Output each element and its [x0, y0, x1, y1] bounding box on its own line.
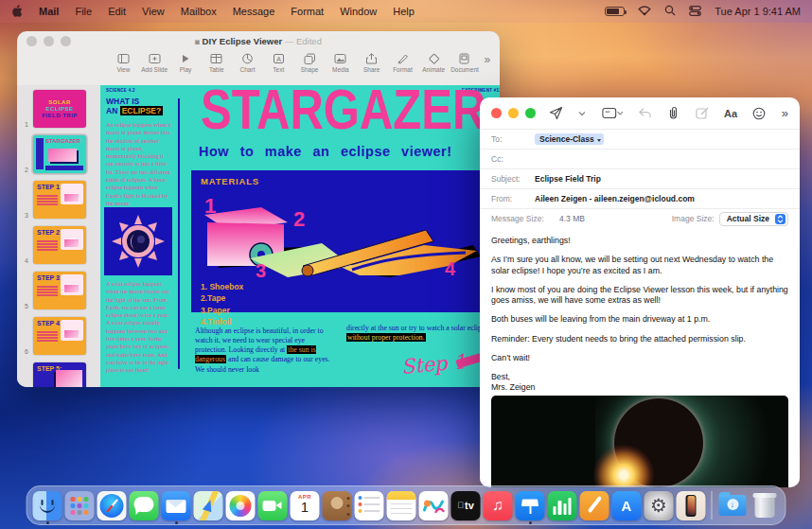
toolbar-overflow-button[interactable]: »: [782, 106, 788, 120]
menu-bar-clock[interactable]: Tue Apr 1 9:41 AM: [715, 6, 801, 17]
slide-thumbnail-row[interactable]: 3 STEP 1:: [17, 179, 100, 220]
header-fields-button[interactable]: [602, 107, 623, 119]
thumbnail-step5-slide[interactable]: STEP 5:: [33, 362, 86, 387]
highlighted-phrase: without proper protection.: [346, 333, 426, 342]
menu-format[interactable]: Format: [291, 6, 324, 17]
dock-item-maps[interactable]: [194, 491, 223, 520]
menu-file[interactable]: File: [75, 6, 92, 17]
toolbar-add-slide-button[interactable]: Add Slide: [139, 53, 170, 73]
toolbar-overflow-button[interactable]: »: [484, 53, 490, 66]
thumbnail-step3-slide[interactable]: STEP 3:: [33, 272, 86, 309]
slide-thumbnail-row[interactable]: 7 STEP 5:: [17, 361, 100, 387]
mail-traffic-lights[interactable]: [491, 108, 536, 118]
send-button[interactable]: [549, 106, 563, 120]
slide-thumbnail-row[interactable]: 4 STEP 2:: [17, 224, 100, 266]
dock-item-finder[interactable]: [33, 491, 62, 520]
attach-button[interactable]: [667, 106, 680, 120]
toolbar-table-button[interactable]: Table: [201, 53, 232, 73]
menu-message[interactable]: Message: [233, 6, 275, 17]
dock-item-downloads[interactable]: ↓: [718, 491, 748, 520]
control-center-icon[interactable]: [689, 6, 701, 18]
dock-item-notes[interactable]: [387, 491, 416, 520]
toolbar-format-button[interactable]: Format: [387, 53, 418, 73]
slide-thumbnail-row[interactable]: 5 STEP 3:: [17, 270, 100, 311]
apple-menu-icon[interactable]: [11, 5, 23, 18]
dock-item-app-store[interactable]: A: [612, 491, 642, 520]
dock-item-mail[interactable]: [162, 491, 191, 520]
recipient-token[interactable]: Science-Class: [535, 133, 604, 145]
wifi-icon[interactable]: [638, 6, 651, 18]
slide-canvas[interactable]: SCIENCE 4.2 EXPERIMENT #11 WHAT IS AN EC…: [100, 85, 500, 387]
subject-field[interactable]: Subject: Eclipse Field Trip: [480, 168, 800, 188]
menu-window[interactable]: Window: [340, 6, 377, 17]
minimize-button[interactable]: [508, 108, 519, 118]
slide-number: 2: [17, 167, 31, 175]
dock-item-system-settings[interactable]: ⚙: [644, 491, 674, 520]
sun-illustration-box: [104, 207, 172, 275]
menu-view[interactable]: View: [142, 6, 165, 17]
window-title: ◙ DIY Eclipse Viewer — Edited: [17, 36, 500, 46]
toolbar-animate-button[interactable]: Animate: [418, 53, 450, 73]
toolbar-media-button[interactable]: Media: [325, 53, 356, 73]
diamond-ring-flare: [593, 445, 654, 488]
from-field[interactable]: From: Aileen Zeigen - aileen.zeigen@iclo…: [480, 188, 800, 208]
dock-item-contacts[interactable]: [323, 491, 352, 520]
zoom-button[interactable]: [525, 108, 536, 118]
image-size-label: Image Size:: [672, 214, 715, 223]
slide-thumbnail-row[interactable]: 1 SOLAR ECLIPSE FIELD TRIP: [17, 88, 100, 130]
body-paragraph: I know most of you are doing the Eclipse…: [491, 285, 788, 307]
battery-icon[interactable]: [605, 7, 625, 16]
reply-button[interactable]: [638, 107, 652, 119]
dock-item-messages[interactable]: [130, 491, 159, 520]
dock-item-reminders[interactable]: [355, 491, 384, 520]
menu-app-name[interactable]: Mail: [39, 6, 59, 17]
eclipse-photo-attachment[interactable]: [491, 396, 788, 488]
thumbnail-step1-slide[interactable]: STEP 1:: [33, 181, 86, 219]
dock-item-pages[interactable]: [580, 491, 609, 520]
menu-help[interactable]: Help: [393, 6, 415, 17]
thumbnail-step4-slide[interactable]: STEP 4:: [33, 317, 86, 355]
dock-item-calendar[interactable]: APR1: [291, 491, 320, 520]
format-button[interactable]: Aa: [724, 108, 737, 119]
dock-item-freeform[interactable]: [419, 491, 449, 520]
send-options-chevron-icon[interactable]: [578, 111, 586, 116]
dock-item-tv[interactable]: tv: [451, 491, 481, 520]
toolbar-document-button[interactable]: Document: [450, 53, 481, 73]
warning-paragraph-left: Although an eclipse is beautiful, in ord…: [195, 326, 335, 375]
body-paragraph: As I’m sure you all know, we will be set…: [491, 255, 788, 276]
slide-thumbnail-row[interactable]: 2 STARGAZER: [17, 133, 100, 175]
slide-paragraph-solar: A solar eclipse happens when the moon bl…: [106, 280, 172, 375]
emoji-button[interactable]: [752, 107, 766, 120]
dock-item-safari[interactable]: [97, 491, 127, 520]
warning-paragraph-right: directly at the sun or try to watch a so…: [346, 324, 488, 343]
keynote-titlebar[interactable]: ◙ DIY Eclipse Viewer — Edited: [17, 31, 500, 51]
thumbnail-title-slide[interactable]: SOLAR ECLIPSE FIELD TRIP: [33, 90, 86, 128]
dock-item-photos[interactable]: [226, 491, 256, 520]
message-size-row: Message Size: 4.3 MB Image Size: Actual …: [480, 208, 800, 228]
toolbar-shape-button[interactable]: Shape: [294, 53, 326, 73]
dock-item-launchpad[interactable]: [65, 491, 95, 520]
dock-item-keynote[interactable]: [516, 491, 545, 520]
dock-item-music[interactable]: ♫: [484, 491, 513, 520]
slide-thumbnail-row[interactable]: 6 STEP 4:: [17, 315, 100, 357]
thumbnail-stargazer-slide[interactable]: STARGAZER: [33, 135, 86, 173]
thumbnail-step2-slide[interactable]: STEP 2:: [33, 226, 86, 264]
toolbar-text-button[interactable]: A Text: [263, 53, 294, 73]
toolbar-share-button[interactable]: Share: [356, 53, 387, 73]
message-body[interactable]: Greetings, earthlings! As I’m sure you a…: [480, 228, 800, 394]
spotlight-search-icon[interactable]: [664, 5, 676, 18]
menu-mailbox[interactable]: Mailbox: [181, 6, 217, 17]
menu-edit[interactable]: Edit: [108, 6, 126, 17]
to-field[interactable]: To: Science-Class: [480, 129, 800, 149]
compose-button[interactable]: [696, 107, 709, 120]
dock-item-iphone-mirroring[interactable]: [677, 491, 706, 520]
toolbar-play-button[interactable]: Play: [170, 53, 202, 73]
dock-item-trash[interactable]: [750, 491, 780, 520]
dock-item-numbers[interactable]: [548, 491, 577, 520]
cc-field[interactable]: Cc:: [480, 149, 800, 168]
image-size-select[interactable]: Actual Size: [719, 212, 788, 226]
close-button[interactable]: [491, 108, 502, 118]
dock-item-facetime[interactable]: [258, 491, 288, 520]
toolbar-chart-button[interactable]: Chart: [232, 53, 263, 73]
toolbar-view-button[interactable]: View: [108, 53, 139, 73]
